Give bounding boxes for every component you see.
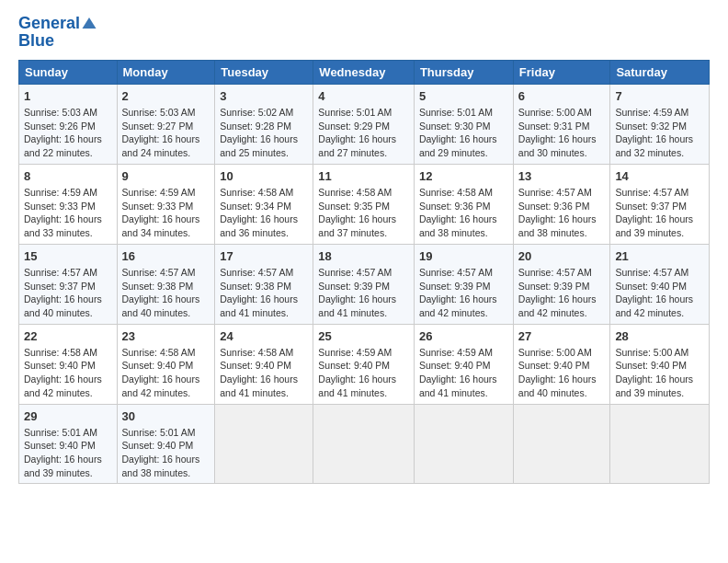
day-number: 28 (615, 328, 704, 345)
page: General Blue SundayMondayTuesdayWednesda… (0, 0, 728, 563)
sunset-text: Sunset: 9:40 PM (518, 360, 590, 371)
day-number: 5 (419, 88, 508, 105)
sunrise-text: Sunrise: 4:57 AM (615, 267, 688, 278)
calendar-cell: 6Sunrise: 5:00 AMSunset: 9:31 PMDaylight… (513, 84, 610, 164)
daylight-text: Daylight: 16 hours and 40 minutes. (518, 373, 597, 398)
sunset-text: Sunset: 9:40 PM (220, 360, 291, 371)
daylight-text: Daylight: 16 hours and 34 minutes. (122, 213, 200, 238)
sunrise-text: Sunrise: 5:00 AM (615, 347, 688, 358)
day-header-friday: Friday (513, 60, 610, 84)
sunset-text: Sunset: 9:33 PM (24, 201, 96, 212)
sunrise-text: Sunrise: 4:59 AM (419, 347, 493, 358)
daylight-text: Daylight: 16 hours and 22 minutes. (24, 133, 102, 158)
day-header-sunday: Sunday (19, 60, 118, 84)
daylight-text: Daylight: 16 hours and 27 minutes. (318, 133, 396, 158)
day-number: 23 (122, 328, 210, 345)
calendar-row-1: 8Sunrise: 4:59 AMSunset: 9:33 PMDaylight… (19, 164, 710, 244)
sunrise-text: Sunrise: 5:03 AM (122, 107, 196, 118)
sunrise-text: Sunrise: 5:01 AM (318, 107, 392, 118)
sunset-text: Sunset: 9:39 PM (318, 281, 390, 292)
sunset-text: Sunset: 9:33 PM (122, 201, 194, 212)
daylight-text: Daylight: 16 hours and 32 minutes. (615, 133, 693, 158)
sunrise-text: Sunrise: 5:01 AM (122, 427, 196, 438)
day-number: 9 (122, 168, 210, 185)
day-header-thursday: Thursday (414, 60, 513, 84)
sunrise-text: Sunrise: 4:58 AM (220, 187, 293, 198)
calendar-cell: 3Sunrise: 5:02 AMSunset: 9:28 PMDaylight… (215, 84, 313, 164)
day-number: 10 (220, 168, 308, 185)
daylight-text: Daylight: 16 hours and 29 minutes. (419, 133, 497, 158)
day-number: 6 (518, 88, 606, 105)
sunset-text: Sunset: 9:38 PM (122, 281, 194, 292)
daylight-text: Daylight: 16 hours and 42 minutes. (615, 293, 693, 318)
calendar-cell: 8Sunrise: 4:59 AMSunset: 9:33 PMDaylight… (19, 164, 118, 244)
day-number: 26 (419, 328, 508, 345)
calendar-cell: 27Sunrise: 5:00 AMSunset: 9:40 PMDayligh… (513, 324, 610, 404)
sunset-text: Sunset: 9:36 PM (518, 201, 590, 212)
sunset-text: Sunset: 9:40 PM (122, 440, 194, 451)
day-number: 1 (24, 88, 112, 105)
calendar-cell: 12Sunrise: 4:58 AMSunset: 9:36 PMDayligh… (414, 164, 513, 244)
day-number: 2 (122, 88, 210, 105)
calendar-cell: 29Sunrise: 5:01 AMSunset: 9:40 PMDayligh… (19, 404, 118, 484)
calendar-cell: 20Sunrise: 4:57 AMSunset: 9:39 PMDayligh… (513, 244, 610, 324)
day-number: 13 (518, 168, 606, 185)
sunrise-text: Sunrise: 4:59 AM (615, 107, 688, 118)
daylight-text: Daylight: 16 hours and 37 minutes. (318, 213, 396, 238)
day-header-tuesday: Tuesday (215, 60, 313, 84)
daylight-text: Daylight: 16 hours and 38 minutes. (122, 454, 200, 478)
calendar-cell (610, 404, 710, 484)
calendar-cell: 9Sunrise: 4:59 AMSunset: 9:33 PMDaylight… (117, 164, 215, 244)
sunset-text: Sunset: 9:38 PM (220, 281, 291, 292)
sunset-text: Sunset: 9:40 PM (24, 440, 96, 451)
calendar-cell: 5Sunrise: 5:01 AMSunset: 9:30 PMDaylight… (414, 84, 513, 164)
calendar-cell: 26Sunrise: 4:59 AMSunset: 9:40 PMDayligh… (414, 324, 513, 404)
day-number: 17 (220, 248, 308, 265)
sunset-text: Sunset: 9:32 PM (615, 121, 687, 132)
sunrise-text: Sunrise: 5:00 AM (518, 347, 592, 358)
day-number: 21 (615, 248, 704, 265)
daylight-text: Daylight: 16 hours and 42 minutes. (518, 293, 597, 318)
svg-marker-0 (83, 17, 97, 29)
daylight-text: Daylight: 16 hours and 41 minutes. (318, 373, 396, 398)
sunrise-text: Sunrise: 4:57 AM (24, 267, 97, 278)
logo-text-line2: Blue (18, 31, 97, 51)
sunrise-text: Sunrise: 5:03 AM (24, 107, 97, 118)
sunset-text: Sunset: 9:40 PM (615, 281, 687, 292)
day-number: 25 (318, 328, 409, 345)
daylight-text: Daylight: 16 hours and 39 minutes. (615, 373, 693, 398)
calendar-cell: 28Sunrise: 5:00 AMSunset: 9:40 PMDayligh… (610, 324, 710, 404)
calendar-cell: 14Sunrise: 4:57 AMSunset: 9:37 PMDayligh… (610, 164, 710, 244)
daylight-text: Daylight: 16 hours and 39 minutes. (615, 213, 693, 238)
day-number: 30 (122, 408, 210, 425)
calendar-cell: 19Sunrise: 4:57 AMSunset: 9:39 PMDayligh… (414, 244, 513, 324)
daylight-text: Daylight: 16 hours and 40 minutes. (122, 293, 200, 318)
calendar-cell: 1Sunrise: 5:03 AMSunset: 9:26 PMDaylight… (19, 84, 118, 164)
sunset-text: Sunset: 9:31 PM (518, 121, 590, 132)
daylight-text: Daylight: 16 hours and 41 minutes. (220, 373, 298, 398)
calendar-cell: 4Sunrise: 5:01 AMSunset: 9:29 PMDaylight… (313, 84, 415, 164)
daylight-text: Daylight: 16 hours and 41 minutes. (220, 293, 298, 318)
sunset-text: Sunset: 9:27 PM (122, 121, 194, 132)
day-number: 19 (419, 248, 508, 265)
calendar-cell (313, 404, 415, 484)
sunset-text: Sunset: 9:36 PM (419, 201, 491, 212)
sunset-text: Sunset: 9:30 PM (419, 121, 491, 132)
sunrise-text: Sunrise: 4:58 AM (24, 347, 97, 358)
sunset-text: Sunset: 9:37 PM (24, 281, 96, 292)
calendar-cell: 11Sunrise: 4:58 AMSunset: 9:35 PMDayligh… (313, 164, 415, 244)
calendar-cell: 30Sunrise: 5:01 AMSunset: 9:40 PMDayligh… (117, 404, 215, 484)
daylight-text: Daylight: 16 hours and 36 minutes. (220, 213, 298, 238)
sunset-text: Sunset: 9:28 PM (220, 121, 291, 132)
sunrise-text: Sunrise: 4:57 AM (122, 267, 196, 278)
day-number: 24 (220, 328, 308, 345)
calendar-cell: 16Sunrise: 4:57 AMSunset: 9:38 PMDayligh… (117, 244, 215, 324)
daylight-text: Daylight: 16 hours and 30 minutes. (518, 133, 597, 158)
day-number: 12 (419, 168, 508, 185)
calendar-table: SundayMondayTuesdayWednesdayThursdayFrid… (18, 60, 710, 485)
daylight-text: Daylight: 16 hours and 33 minutes. (24, 213, 102, 238)
day-header-monday: Monday (117, 60, 215, 84)
sunrise-text: Sunrise: 4:57 AM (518, 187, 592, 198)
daylight-text: Daylight: 16 hours and 38 minutes. (518, 213, 597, 238)
sunrise-text: Sunrise: 4:57 AM (318, 267, 392, 278)
